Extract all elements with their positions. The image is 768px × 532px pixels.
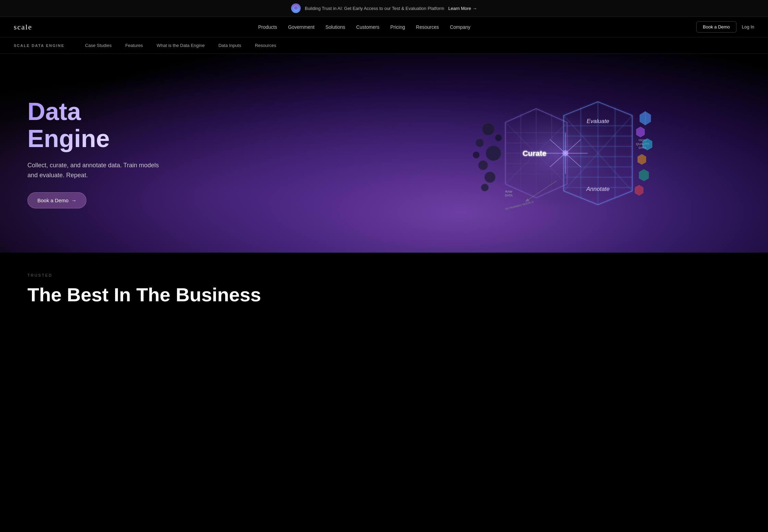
login-button[interactable]: Log In [742, 24, 754, 29]
nav-item-company[interactable]: Company [450, 24, 470, 30]
hero-cta-button[interactable]: Book a Demo → [27, 192, 86, 208]
evaluate-label: Evaluate [587, 118, 609, 124]
sub-nav: SCALE DATA ENGINE Case Studies Features … [0, 37, 768, 54]
nav-item-solutions[interactable]: Solutions [325, 24, 345, 30]
svg-point-49 [481, 184, 489, 191]
logo[interactable]: scale [14, 23, 32, 32]
banner-text: Building Trust in AI: Get Early Access t… [305, 6, 444, 11]
svg-point-44 [486, 146, 501, 161]
data-engine-diagram: Curate Evaluate Annotate RAW DATA RAW DA… [461, 88, 653, 218]
sub-nav-features[interactable]: Features [125, 43, 143, 48]
main-nav: scale Products Government Solutions Cust… [0, 17, 768, 37]
hero-subtitle: Collect, curate, and annotate data. Trai… [27, 160, 165, 180]
nav-item-products[interactable]: Products [258, 24, 277, 30]
nav-links: Products Government Solutions Customers … [258, 24, 470, 30]
nav-item-resources[interactable]: Resources [416, 24, 439, 30]
svg-point-48 [495, 134, 502, 141]
svg-point-42 [482, 123, 494, 135]
nav-item-pricing[interactable]: Pricing [390, 24, 405, 30]
sub-nav-brand: SCALE DATA ENGINE [14, 44, 64, 48]
bottom-title: The Best In The Business [27, 284, 741, 305]
curate-label: Curate [523, 149, 547, 158]
svg-marker-39 [638, 154, 646, 165]
sub-nav-links: Case Studies Features What is the Data E… [85, 43, 276, 48]
sub-nav-data-inputs[interactable]: Data Inputs [218, 43, 241, 48]
hero-section: Data Engine Collect, curate, and annotat… [0, 54, 768, 253]
svg-point-47 [473, 152, 480, 158]
bottom-section: TRUSTED The Best In The Business [0, 253, 768, 319]
svg-marker-37 [636, 127, 645, 137]
raw-data-label-2: RAW [505, 190, 513, 193]
svg-point-45 [478, 160, 488, 170]
sub-nav-resources[interactable]: Resources [255, 43, 276, 48]
annotate-label: Annotate [586, 186, 610, 192]
sub-nav-what-is[interactable]: What is the Data Engine [157, 43, 205, 48]
hero-diagram: Curate Evaluate Annotate RAW DATA RAW DA… [346, 54, 768, 253]
svg-point-46 [484, 172, 495, 183]
nav-actions: Book a Demo Log In [696, 21, 754, 33]
retraining-label: RETRAINING MODELS [505, 200, 534, 211]
nav-item-government[interactable]: Government [288, 24, 314, 30]
svg-point-1 [295, 7, 297, 9]
hero-title: Data Engine [27, 98, 165, 152]
svg-marker-40 [639, 169, 649, 181]
book-demo-button[interactable]: Book a Demo [696, 21, 736, 33]
learn-more-link[interactable]: Learn More → [448, 6, 477, 11]
top-banner: Building Trust in AI: Get Early Access t… [0, 0, 768, 17]
svg-point-43 [476, 139, 484, 147]
nav-item-customers[interactable]: Customers [356, 24, 380, 30]
scale-ai-icon [291, 3, 301, 13]
sub-nav-case-studies[interactable]: Case Studies [85, 43, 111, 48]
svg-marker-41 [635, 185, 643, 195]
trusted-label: TRUSTED [27, 273, 741, 277]
svg-text:DATA: DATA [505, 194, 513, 197]
hero-content: Data Engine Collect, curate, and annotat… [0, 71, 192, 236]
